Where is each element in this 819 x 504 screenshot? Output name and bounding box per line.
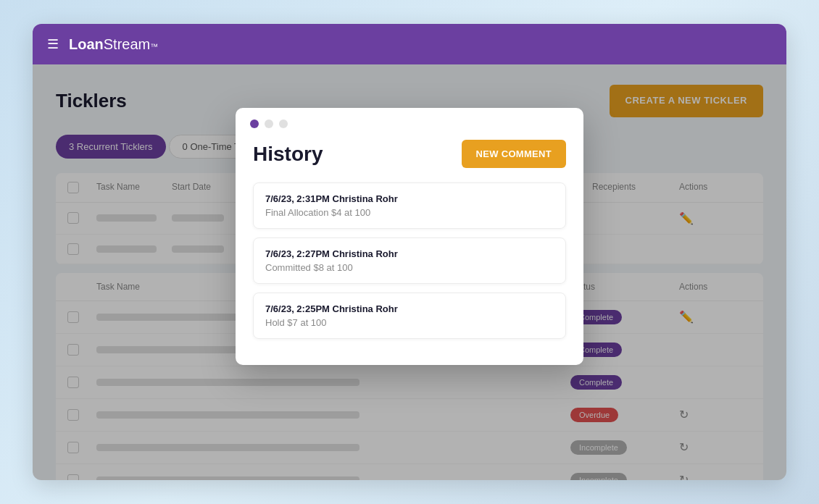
logo: LoanStream™ [69, 36, 158, 53]
dot-1 [250, 119, 259, 128]
logo-loan: Loan [69, 36, 104, 53]
entry-meta: 7/6/23, 2:27PM Christina Rohr [265, 248, 554, 259]
modal-header-row: History NEW COMMENT [253, 140, 566, 168]
modal-overlay: History NEW COMMENT 7/6/23, 2:31PM Chris… [33, 64, 786, 480]
main-content: Ticklers CREATE A NEW TICKLER 3 Recurren… [33, 64, 786, 480]
entry-meta: 7/6/23, 2:25PM Christina Rohr [265, 303, 554, 314]
app-container: ☰ LoanStream™ Ticklers CREATE A NEW TICK… [33, 24, 786, 480]
modal-title: History [253, 143, 323, 166]
history-modal: History NEW COMMENT 7/6/23, 2:31PM Chris… [236, 108, 583, 365]
entry-meta: 7/6/23, 2:31PM Christina Rohr [265, 193, 554, 204]
history-entry: 7/6/23, 2:27PM Christina Rohr Committed … [253, 238, 566, 284]
entry-text: Final Allocation $4 at 100 [265, 207, 554, 218]
modal-dots [236, 108, 583, 137]
dot-2[interactable] [265, 119, 273, 128]
entry-text: Committed $8 at 100 [265, 262, 554, 273]
history-entries: 7/6/23, 2:31PM Christina Rohr Final Allo… [253, 182, 566, 339]
history-entry: 7/6/23, 2:31PM Christina Rohr Final Allo… [253, 182, 566, 229]
entry-text: Hold $7 at 100 [265, 317, 554, 328]
new-comment-button[interactable]: NEW COMMENT [462, 140, 566, 168]
logo-tm: ™ [150, 42, 158, 51]
modal-body: History NEW COMMENT 7/6/23, 2:31PM Chris… [236, 137, 583, 365]
logo-stream: Stream [104, 36, 150, 53]
history-entry: 7/6/23, 2:25PM Christina Rohr Hold $7 at… [253, 293, 566, 339]
hamburger-icon[interactable]: ☰ [47, 36, 59, 52]
nav-bar: ☰ LoanStream™ [33, 24, 786, 64]
dot-3[interactable] [279, 119, 288, 128]
